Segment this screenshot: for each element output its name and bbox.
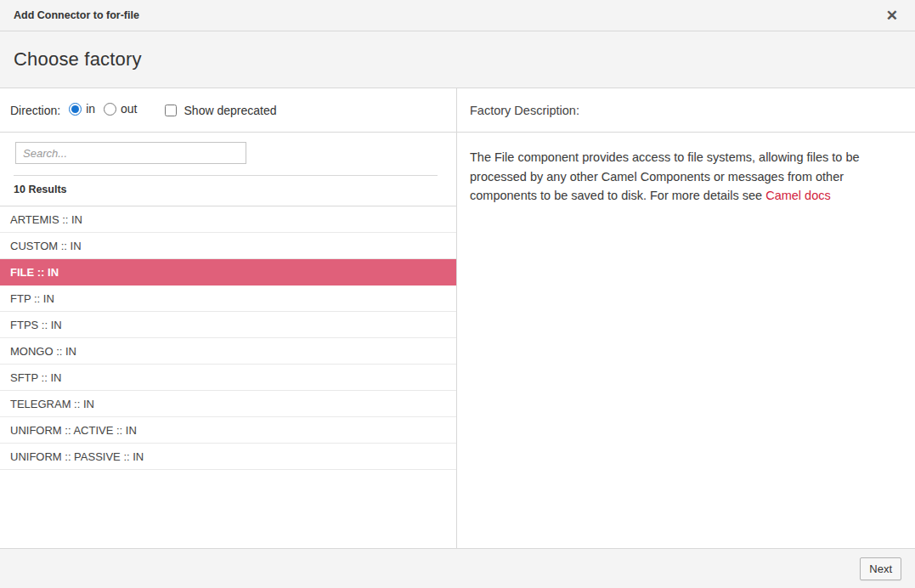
list-item[interactable]: SFTP :: IN (0, 365, 456, 391)
direction-options: inout (69, 102, 145, 118)
next-button[interactable]: Next (860, 557, 901, 580)
factory-description-pane: Factory Description: The File component … (457, 88, 915, 548)
dialog-titlebar: Add Connector to for-file ✕ (0, 0, 915, 31)
direction-radio-out[interactable] (104, 103, 116, 116)
page-title: Choose factory (14, 48, 142, 71)
list-item-label: FILE :: IN (10, 266, 59, 279)
search-area (0, 133, 456, 164)
show-deprecated-label: Show deprecated (184, 104, 277, 117)
direction-radio-in[interactable] (69, 103, 82, 116)
search-input[interactable] (15, 142, 246, 164)
dialog-footer: Next (0, 548, 915, 588)
list-item[interactable]: TELEGRAM :: IN (0, 391, 456, 417)
list-item[interactable]: FTP :: IN (0, 286, 456, 312)
list-item[interactable]: UNIFORM :: PASSIVE :: IN (0, 444, 456, 470)
add-connector-dialog: Add Connector to for-file ✕ Choose facto… (0, 0, 915, 588)
show-deprecated-checkbox[interactable] (165, 105, 177, 116)
factory-list-pane: Direction: inout Show deprecated 10 Resu… (0, 88, 457, 548)
factory-results-list: ARTEMIS :: INCUSTOM :: INFILE :: INFTP :… (0, 206, 456, 470)
list-item-label: CUSTOM :: IN (10, 240, 82, 252)
direction-option-label: out (121, 102, 137, 116)
list-item-label: TELEGRAM :: IN (10, 398, 94, 410)
dialog-title: Add Connector to for-file (14, 9, 883, 21)
list-item[interactable]: MONGO :: IN (0, 338, 456, 365)
description-body: The File component provides access to fi… (457, 133, 915, 206)
close-icon[interactable]: ✕ (883, 7, 901, 25)
list-item-label: SFTP :: IN (10, 371, 61, 384)
direction-label: Direction: (10, 104, 60, 117)
list-item-label: FTPS :: IN (10, 319, 62, 331)
direction-option-in[interactable]: in (69, 102, 95, 116)
show-deprecated-option[interactable]: Show deprecated (165, 104, 277, 117)
dialog-heading-bar: Choose factory (0, 31, 915, 88)
camel-docs-link[interactable]: Camel docs (765, 189, 831, 202)
list-item[interactable]: ARTEMIS :: IN (0, 206, 456, 233)
direction-option-label: in (86, 102, 95, 116)
direction-option-out[interactable]: out (104, 102, 137, 116)
list-item[interactable]: FTPS :: IN (0, 312, 456, 338)
list-item[interactable]: CUSTOM :: IN (0, 233, 456, 259)
direction-filter-row: Direction: inout Show deprecated (0, 88, 456, 133)
list-item-label: FTP :: IN (10, 292, 54, 305)
list-item-label: MONGO :: IN (10, 345, 76, 358)
list-item[interactable]: UNIFORM :: ACTIVE :: IN (0, 417, 456, 444)
description-header: Factory Description: (457, 88, 915, 133)
dialog-content: Direction: inout Show deprecated 10 Resu… (0, 88, 915, 548)
list-item-label: UNIFORM :: ACTIVE :: IN (10, 424, 137, 437)
list-item-label: UNIFORM :: PASSIVE :: IN (10, 450, 144, 463)
results-count: 10 Results (0, 176, 456, 206)
list-item-label: ARTEMIS :: IN (10, 213, 82, 226)
list-item[interactable]: FILE :: IN (0, 259, 456, 286)
